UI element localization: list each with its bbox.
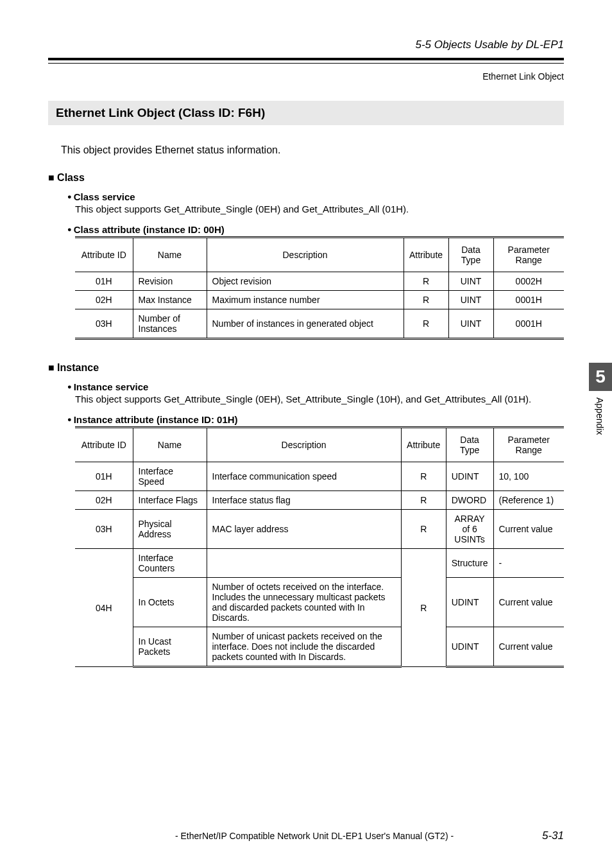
cell-desc: Object revision: [207, 272, 404, 291]
col-desc: Description: [207, 428, 401, 462]
cell-type: UINT: [448, 291, 493, 309]
table-row: 03H Number of Instances Number of instan…: [75, 309, 564, 339]
cell-name: Physical Address: [133, 510, 207, 549]
cell-type: UINT: [448, 309, 493, 339]
section-header: 5-5 Objects Usable by DL-EP1: [48, 39, 564, 51]
cell-attr: R: [404, 291, 448, 309]
cell-type: UDINT: [446, 627, 493, 667]
cell-attr: R: [401, 510, 446, 549]
col-type: Data Type: [446, 428, 493, 462]
instance-attribute-table: Attribute ID Name Description Attribute …: [75, 426, 564, 668]
cell-desc: [207, 549, 401, 578]
page-title: Ethernet Link Object (Class ID: F6H): [48, 101, 564, 125]
col-desc: Description: [207, 238, 404, 272]
instance-service-label: Instance service: [67, 381, 564, 392]
table-row: 04H Interface Counters R Structure -: [75, 549, 564, 578]
cell-name: Number of Instances: [133, 309, 207, 339]
cell-range: 0001H: [493, 291, 564, 309]
cell-name: Interface Speed: [133, 462, 207, 491]
col-type: Data Type: [448, 238, 493, 272]
cell-id: 04H: [75, 549, 133, 667]
cell-range: 0002H: [493, 272, 564, 291]
instance-section-label: Instance: [48, 362, 564, 374]
cell-name: Interface Flags: [133, 491, 207, 510]
cell-range: 10, 100: [493, 462, 564, 491]
cell-type: UDINT: [446, 462, 493, 491]
cell-range: -: [493, 549, 564, 578]
cell-id: 02H: [75, 491, 133, 510]
table-row: 03H Physical Address MAC layer address R…: [75, 510, 564, 549]
cell-type: UDINT: [446, 578, 493, 627]
table-row: In Octets Number of octets received on t…: [75, 578, 564, 627]
cell-desc: MAC layer address: [207, 510, 401, 549]
table-row: 02H Interface Flags Interface status fla…: [75, 491, 564, 510]
cell-name: Revision: [133, 272, 207, 291]
cell-attr: R: [401, 462, 446, 491]
cell-id: 01H: [75, 462, 133, 491]
table-header-row: Attribute ID Name Description Attribute …: [75, 238, 564, 272]
cell-id: 01H: [75, 272, 133, 291]
cell-id: 03H: [75, 510, 133, 549]
col-attr-id: Attribute ID: [75, 428, 133, 462]
cell-desc: Interface status flag: [207, 491, 401, 510]
class-attr-label: Class attribute (instance ID: 00H): [67, 224, 564, 235]
cell-desc: Maximum instance number: [207, 291, 404, 309]
cell-range: Current value: [493, 627, 564, 667]
page-footer: - EtherNet/IP Compatible Network Unit DL…: [48, 829, 564, 842]
col-attr-id: Attribute ID: [75, 238, 133, 272]
cell-name: In Ucast Packets: [133, 627, 207, 667]
class-section-label: Class: [48, 172, 564, 184]
instance-attr-label: Instance attribute (instance ID: 01H): [67, 414, 564, 425]
cell-name: Interface Counters: [133, 549, 207, 578]
table-row: 01H Interface Speed Interface communicat…: [75, 462, 564, 491]
col-attr: Attribute: [404, 238, 448, 272]
subheader: Ethernet Link Object: [48, 71, 564, 82]
cell-range: 0001H: [493, 309, 564, 339]
cell-attr: R: [404, 272, 448, 291]
chapter-tab: 5 Appendix: [589, 363, 612, 449]
intro-text: This object provides Ethernet status inf…: [61, 144, 564, 156]
chapter-label: Appendix: [589, 391, 611, 449]
cell-attr: R: [401, 549, 446, 667]
cell-range: Current value: [493, 578, 564, 627]
cell-desc: Number of instances in generated object: [207, 309, 404, 339]
table-row: In Ucast Packets Number of unicast packe…: [75, 627, 564, 667]
col-range: Parameter Range: [493, 238, 564, 272]
cell-type: DWORD: [446, 491, 493, 510]
class-service-label: Class service: [67, 191, 564, 202]
table-header-row: Attribute ID Name Description Attribute …: [75, 428, 564, 462]
cell-name: In Octets: [133, 578, 207, 627]
cell-desc: Interface communication speed: [207, 462, 401, 491]
cell-attr: R: [404, 309, 448, 339]
cell-range: Current value: [493, 510, 564, 549]
page-number: 5-31: [542, 829, 564, 842]
chapter-number: 5: [589, 363, 612, 391]
cell-desc: Number of octets received on the interfa…: [207, 578, 401, 627]
cell-id: 03H: [75, 309, 133, 339]
cell-type: ARRAY of 6 USINTs: [446, 510, 493, 549]
cell-type: Structure: [446, 549, 493, 578]
col-name: Name: [133, 428, 207, 462]
cell-range: (Reference 1): [493, 491, 564, 510]
cell-type: UINT: [448, 272, 493, 291]
class-service-text: This object supports Get_Attribute_Singl…: [75, 204, 564, 214]
col-name: Name: [133, 238, 207, 272]
cell-name: Max Instance: [133, 291, 207, 309]
cell-desc: Number of unicast packets received on th…: [207, 627, 401, 667]
footer-title: - EtherNet/IP Compatible Network Unit DL…: [87, 831, 542, 841]
class-attribute-table: Attribute ID Name Description Attribute …: [75, 236, 564, 340]
table-row: 01H Revision Object revision R UINT 0002…: [75, 272, 564, 291]
cell-attr: R: [401, 491, 446, 510]
table-row: 02H Max Instance Maximum instance number…: [75, 291, 564, 309]
col-attr: Attribute: [401, 428, 446, 462]
cell-id: 02H: [75, 291, 133, 309]
instance-service-text: This object supports Get_Attribute_Singl…: [75, 394, 564, 404]
header-divider: [48, 58, 564, 64]
col-range: Parameter Range: [493, 428, 564, 462]
